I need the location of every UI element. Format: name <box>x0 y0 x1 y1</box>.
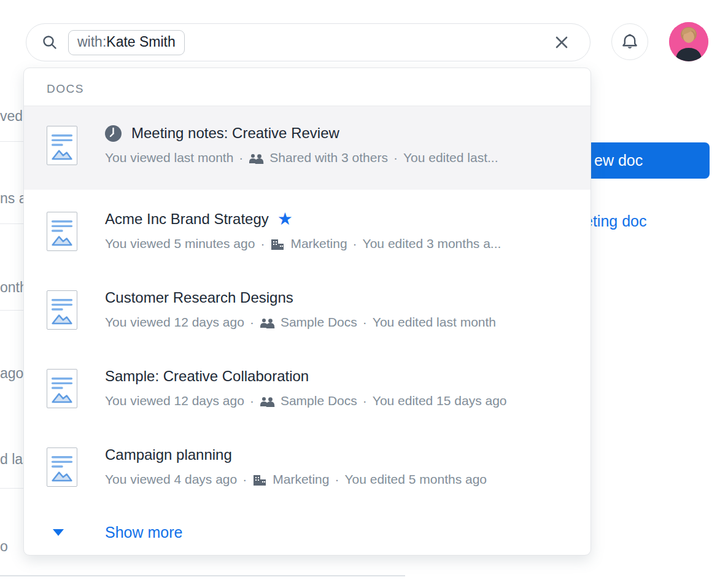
bg-row-divider <box>0 310 23 311</box>
docs-section-header: DOCS <box>24 68 591 106</box>
doc-icon <box>47 447 77 487</box>
search-bar[interactable]: with:Kate Smith <box>26 23 591 61</box>
bg-bottom-divider <box>0 575 405 576</box>
building-icon <box>252 475 267 486</box>
bg-row-divider <box>0 223 23 224</box>
new-doc-button[interactable]: ew doc <box>581 142 710 179</box>
doc-title: Campaign planning <box>105 446 232 463</box>
group-text: Sample Docs <box>281 315 357 330</box>
viewed-text: You viewed 4 days ago <box>105 472 237 487</box>
bg-text-fragment: ns ag <box>0 190 23 207</box>
chevron-down-icon <box>47 529 77 536</box>
edited-text: You edited 3 months a... <box>363 236 501 251</box>
doc-title: Sample: Creative Collaboration <box>105 368 309 385</box>
doc-result-row[interactable]: Customer Research Designs ★ You viewed 1… <box>24 268 591 347</box>
people-icon <box>260 318 275 328</box>
clear-search-button[interactable] <box>552 33 571 52</box>
token-prefix: with: <box>77 34 106 50</box>
doc-icon <box>47 126 77 165</box>
doc-meta: You viewed 12 days ago · S <box>105 315 496 330</box>
edited-text: You edited 15 days ago <box>373 393 507 408</box>
search-icon <box>41 34 58 51</box>
doc-icon <box>47 290 77 330</box>
bg-text-fragment: onth <box>0 279 23 296</box>
group-text: Sample Docs <box>281 393 357 408</box>
bg-row-divider <box>0 488 23 489</box>
search-results-dropdown: DOCS Meeting notes: Creative <box>23 68 591 556</box>
bg-text-fragment: o <box>0 538 23 555</box>
search-filter-token[interactable]: with:Kate Smith <box>68 30 185 55</box>
token-value: Kate Smith <box>106 34 176 50</box>
people-icon <box>249 153 264 164</box>
doc-meta: You viewed last month · Sh <box>105 150 498 165</box>
star-icon: ★ <box>277 211 293 228</box>
meta-separator: · <box>393 150 398 165</box>
show-more-button[interactable]: Show more <box>24 504 591 541</box>
meta-separator: · <box>250 393 254 408</box>
viewed-text: You viewed 5 minutes ago <box>105 236 255 251</box>
viewed-text: You viewed 12 days ago <box>105 315 244 330</box>
doc-icon <box>47 212 77 251</box>
edited-text: You edited last month <box>373 315 496 330</box>
doc-result-row[interactable]: Meeting notes: Creative Review ★ You vie… <box>24 106 591 190</box>
meta-separator: · <box>260 236 265 251</box>
doc-title: Meeting notes: Creative Review <box>131 125 339 142</box>
meeting-doc-link[interactable]: eting doc <box>584 212 646 230</box>
doc-title: Customer Research Designs <box>105 289 293 306</box>
bell-icon <box>620 32 640 52</box>
meta-separator: · <box>363 315 367 330</box>
bg-row-divider <box>0 141 23 142</box>
bg-text-fragment: ved <box>0 108 23 125</box>
bg-text-fragment: ago <box>0 365 23 382</box>
meta-separator: · <box>242 472 247 487</box>
show-more-label: Show more <box>105 524 182 541</box>
doc-meta: You viewed 4 days ago · Ma <box>105 472 487 487</box>
bg-text-fragment: d las <box>0 451 23 468</box>
edited-text: You edited last... <box>403 150 498 165</box>
close-icon <box>554 35 569 50</box>
avatar-person-illustration <box>669 22 708 61</box>
meta-separator: · <box>250 315 254 330</box>
viewed-text: You viewed 12 days ago <box>105 393 244 408</box>
meta-separator: · <box>363 393 367 408</box>
doc-title: Acme Inc Brand Strategy <box>105 211 269 228</box>
group-text: Marketing <box>290 236 347 251</box>
meta-separator: · <box>239 150 243 165</box>
doc-result-row[interactable]: Sample: Creative Collaboration ★ You vie… <box>24 347 591 425</box>
docs-section-label: DOCS <box>47 82 84 96</box>
building-icon <box>270 239 285 250</box>
viewed-text: You viewed last month <box>105 150 233 165</box>
people-icon <box>260 397 275 407</box>
doc-result-row[interactable]: Campaign planning ★ You viewed 4 days ag… <box>24 425 591 504</box>
doc-result-row[interactable]: Acme Inc Brand Strategy ★ You viewed 5 m… <box>24 190 591 268</box>
group-text: Shared with 3 others <box>269 150 388 165</box>
doc-meta: You viewed 12 days ago · S <box>105 393 507 408</box>
avatar[interactable] <box>669 22 708 61</box>
edited-text: You edited 5 months ago <box>344 472 487 487</box>
meta-separator: · <box>335 472 339 487</box>
doc-meta: You viewed 5 minutes ago · <box>105 236 501 251</box>
group-text: Marketing <box>273 472 329 487</box>
meta-separator: · <box>353 236 357 251</box>
clock-icon <box>105 125 122 142</box>
notifications-button[interactable] <box>611 23 648 60</box>
doc-icon <box>47 369 77 408</box>
